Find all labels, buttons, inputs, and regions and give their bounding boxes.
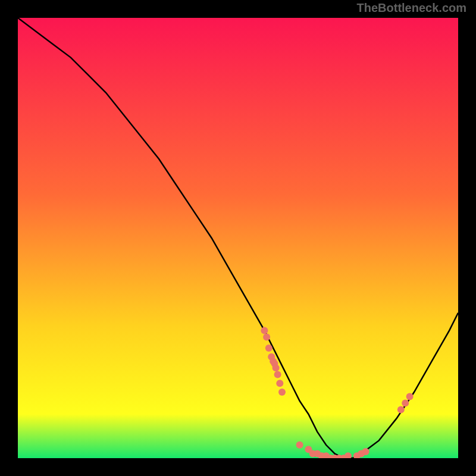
gradient-background xyxy=(18,18,458,458)
data-point xyxy=(276,380,283,387)
data-point xyxy=(406,393,414,400)
data-point xyxy=(261,327,268,334)
data-point xyxy=(274,371,281,378)
data-point xyxy=(265,345,273,352)
data-point xyxy=(263,334,270,341)
data-point xyxy=(362,448,369,455)
data-point xyxy=(278,389,286,396)
data-point xyxy=(397,406,405,414)
watermark-text: TheBottleneck.com xyxy=(357,1,466,15)
chart-svg xyxy=(18,18,458,458)
data-point xyxy=(402,400,409,407)
data-point xyxy=(273,364,280,371)
plot-area xyxy=(18,18,458,458)
chart-container: TheBottleneck.com xyxy=(0,0,476,476)
data-point xyxy=(296,441,303,449)
